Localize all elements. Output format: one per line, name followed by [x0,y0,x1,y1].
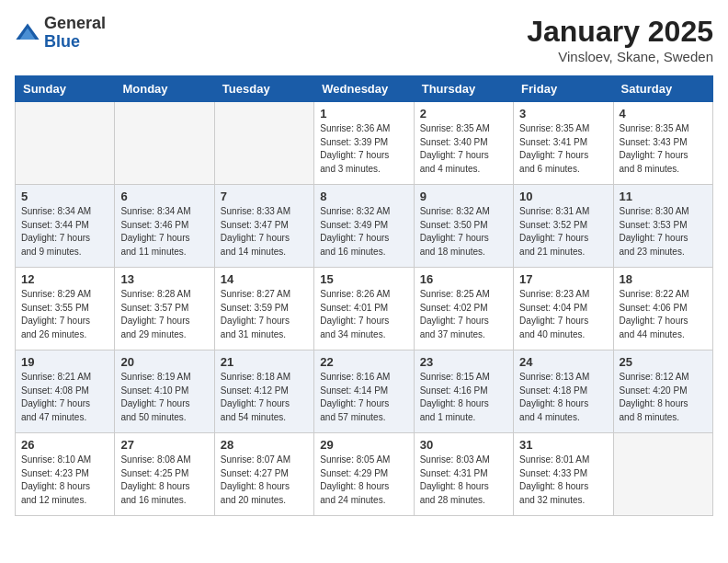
calendar-cell: 13Sunrise: 8:28 AM Sunset: 3:57 PM Dayli… [115,268,214,350]
day-info: Sunrise: 8:34 AM Sunset: 3:44 PM Dayligh… [21,205,108,259]
calendar-cell [214,102,313,185]
day-number: 16 [420,272,507,286]
day-number: 23 [420,355,507,369]
day-number: 8 [320,190,407,203]
calendar-cell: 30Sunrise: 8:03 AM Sunset: 4:31 PM Dayli… [414,433,513,516]
day-number: 1 [320,107,407,121]
logo-icon [15,20,40,46]
day-info: Sunrise: 8:33 AM Sunset: 3:47 PM Dayligh… [221,205,308,259]
day-info: Sunrise: 8:18 AM Sunset: 4:12 PM Dayligh… [221,371,308,424]
weekday-header-monday: Monday [115,76,214,102]
day-number: 13 [120,272,208,286]
calendar-cell: 14Sunrise: 8:27 AM Sunset: 3:59 PM Dayli… [214,268,313,350]
week-row-2: 5Sunrise: 8:34 AM Sunset: 3:44 PM Daylig… [16,185,713,268]
calendar-cell [613,433,712,516]
weekday-header-thursday: Thursday [414,76,513,102]
calendar-cell [16,102,115,185]
day-info: Sunrise: 8:13 AM Sunset: 4:18 PM Dayligh… [519,371,607,424]
day-info: Sunrise: 8:08 AM Sunset: 4:25 PM Dayligh… [120,454,208,507]
page-header: General Blue January 2025 Vinsloev, Skan… [15,15,713,64]
weekday-header-tuesday: Tuesday [214,76,313,102]
day-number: 25 [620,355,707,369]
day-number: 6 [120,190,208,203]
day-number: 24 [519,355,607,369]
logo-blue: Blue [44,33,106,52]
calendar-cell: 22Sunrise: 8:16 AM Sunset: 4:14 PM Dayli… [314,350,414,433]
day-info: Sunrise: 8:23 AM Sunset: 4:04 PM Dayligh… [519,288,607,341]
calendar-cell: 23Sunrise: 8:15 AM Sunset: 4:16 PM Dayli… [414,350,513,433]
day-info: Sunrise: 8:25 AM Sunset: 4:02 PM Dayligh… [420,288,507,341]
weekday-header-saturday: Saturday [613,76,712,102]
week-row-3: 12Sunrise: 8:29 AM Sunset: 3:55 PM Dayli… [16,268,713,350]
day-number: 10 [519,190,607,203]
day-info: Sunrise: 8:12 AM Sunset: 4:20 PM Dayligh… [620,371,707,424]
day-number: 5 [21,190,108,203]
day-number: 29 [320,438,407,452]
week-row-5: 26Sunrise: 8:10 AM Sunset: 4:23 PM Dayli… [16,433,713,516]
day-number: 3 [519,107,607,121]
day-info: Sunrise: 8:34 AM Sunset: 3:46 PM Dayligh… [120,205,208,259]
day-info: Sunrise: 8:36 AM Sunset: 3:39 PM Dayligh… [320,122,407,176]
calendar-cell [115,102,214,185]
calendar-cell: 21Sunrise: 8:18 AM Sunset: 4:12 PM Dayli… [214,350,313,433]
day-info: Sunrise: 8:05 AM Sunset: 4:29 PM Dayligh… [320,454,407,507]
calendar-cell: 27Sunrise: 8:08 AM Sunset: 4:25 PM Dayli… [115,433,214,516]
day-number: 2 [420,107,507,121]
day-info: Sunrise: 8:03 AM Sunset: 4:31 PM Dayligh… [420,454,507,507]
day-info: Sunrise: 8:32 AM Sunset: 3:50 PM Dayligh… [420,205,507,259]
weekday-header-wednesday: Wednesday [314,76,414,102]
calendar-cell: 28Sunrise: 8:07 AM Sunset: 4:27 PM Dayli… [214,433,313,516]
calendar-cell: 7Sunrise: 8:33 AM Sunset: 3:47 PM Daylig… [214,185,313,268]
day-number: 9 [420,190,507,203]
calendar-cell: 24Sunrise: 8:13 AM Sunset: 4:18 PM Dayli… [514,350,613,433]
calendar-cell: 20Sunrise: 8:19 AM Sunset: 4:10 PM Dayli… [115,350,214,433]
day-info: Sunrise: 8:19 AM Sunset: 4:10 PM Dayligh… [120,371,208,424]
day-info: Sunrise: 8:35 AM Sunset: 3:43 PM Dayligh… [620,122,707,176]
day-number: 22 [320,355,407,369]
week-row-4: 19Sunrise: 8:21 AM Sunset: 4:08 PM Dayli… [16,350,713,433]
day-number: 27 [120,438,208,452]
day-info: Sunrise: 8:01 AM Sunset: 4:33 PM Dayligh… [519,454,607,507]
day-number: 18 [620,272,707,286]
location: Vinsloev, Skane, Sweden [527,49,713,64]
calendar-cell: 11Sunrise: 8:30 AM Sunset: 3:53 PM Dayli… [613,185,712,268]
day-info: Sunrise: 8:35 AM Sunset: 3:41 PM Dayligh… [519,122,607,176]
week-row-1: 1Sunrise: 8:36 AM Sunset: 3:39 PM Daylig… [16,102,713,185]
calendar-cell: 15Sunrise: 8:26 AM Sunset: 4:01 PM Dayli… [314,268,414,350]
day-info: Sunrise: 8:10 AM Sunset: 4:23 PM Dayligh… [21,454,108,507]
day-info: Sunrise: 8:31 AM Sunset: 3:52 PM Dayligh… [519,205,607,259]
day-number: 17 [519,272,607,286]
calendar-cell: 6Sunrise: 8:34 AM Sunset: 3:46 PM Daylig… [115,185,214,268]
day-info: Sunrise: 8:26 AM Sunset: 4:01 PM Dayligh… [320,288,407,341]
day-number: 21 [221,355,308,369]
calendar-cell: 10Sunrise: 8:31 AM Sunset: 3:52 PM Dayli… [514,185,613,268]
day-number: 15 [320,272,407,286]
day-info: Sunrise: 8:22 AM Sunset: 4:06 PM Dayligh… [620,288,707,341]
calendar-cell: 5Sunrise: 8:34 AM Sunset: 3:44 PM Daylig… [16,185,115,268]
calendar-cell: 12Sunrise: 8:29 AM Sunset: 3:55 PM Dayli… [16,268,115,350]
calendar-cell: 19Sunrise: 8:21 AM Sunset: 4:08 PM Dayli… [16,350,115,433]
day-number: 19 [21,355,108,369]
day-info: Sunrise: 8:35 AM Sunset: 3:40 PM Dayligh… [420,122,507,176]
calendar-cell: 8Sunrise: 8:32 AM Sunset: 3:49 PM Daylig… [314,185,414,268]
day-number: 30 [420,438,507,452]
calendar-cell: 1Sunrise: 8:36 AM Sunset: 3:39 PM Daylig… [314,102,414,185]
day-info: Sunrise: 8:07 AM Sunset: 4:27 PM Dayligh… [221,454,308,507]
day-number: 20 [120,355,208,369]
calendar-cell: 31Sunrise: 8:01 AM Sunset: 4:33 PM Dayli… [514,433,613,516]
logo-text: General Blue [44,15,106,52]
day-info: Sunrise: 8:30 AM Sunset: 3:53 PM Dayligh… [620,205,707,259]
calendar-cell: 25Sunrise: 8:12 AM Sunset: 4:20 PM Dayli… [613,350,712,433]
day-number: 12 [21,272,108,286]
calendar-cell: 3Sunrise: 8:35 AM Sunset: 3:41 PM Daylig… [514,102,613,185]
calendar-cell: 4Sunrise: 8:35 AM Sunset: 3:43 PM Daylig… [613,102,712,185]
day-info: Sunrise: 8:27 AM Sunset: 3:59 PM Dayligh… [221,288,308,341]
day-number: 14 [221,272,308,286]
day-number: 31 [519,438,607,452]
weekday-header-row: SundayMondayTuesdayWednesdayThursdayFrid… [16,76,713,102]
day-info: Sunrise: 8:15 AM Sunset: 4:16 PM Dayligh… [420,371,507,424]
title-block: January 2025 Vinsloev, Skane, Sweden [527,15,713,64]
day-number: 4 [620,107,707,121]
day-info: Sunrise: 8:16 AM Sunset: 4:14 PM Dayligh… [320,371,407,424]
calendar-cell: 26Sunrise: 8:10 AM Sunset: 4:23 PM Dayli… [16,433,115,516]
